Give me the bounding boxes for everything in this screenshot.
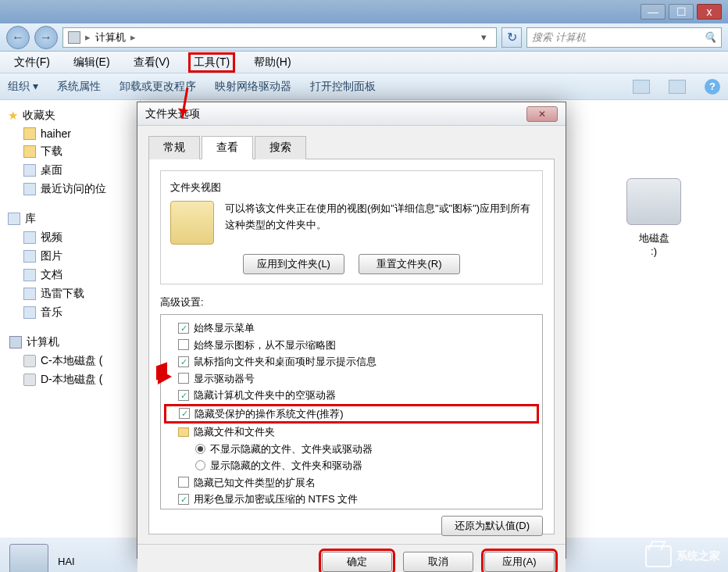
- breadcrumb-root[interactable]: 计算机: [95, 30, 126, 45]
- map-network-drive-button[interactable]: 映射网络驱动器: [215, 80, 291, 94]
- sidebar-item-music[interactable]: 音乐: [3, 303, 137, 322]
- adv-setting-item[interactable]: 隐藏已知文件类型的扩展名: [164, 474, 539, 492]
- open-control-panel-button[interactable]: 打开控制面板: [310, 80, 376, 94]
- tab-general[interactable]: 常规: [148, 136, 200, 159]
- checkbox[interactable]: ✓: [178, 494, 189, 505]
- address-bar[interactable]: ▸ 计算机 ▸ ▾: [62, 27, 497, 48]
- menu-file[interactable]: 文件(F): [9, 53, 55, 72]
- restore-defaults-button[interactable]: 还原为默认值(D): [441, 516, 543, 536]
- refresh-button[interactable]: ↻: [501, 27, 522, 48]
- setting-label: 隐藏文件和文件夹: [194, 424, 275, 440]
- command-bar: 组织 ▾ 系统属性 卸载或更改程序 映射网络驱动器 打开控制面板 ?: [0, 73, 728, 100]
- adv-setting-item[interactable]: 不显示隐藏的文件、文件夹或驱动器: [164, 441, 539, 458]
- document-icon: [23, 269, 36, 281]
- adv-setting-item[interactable]: ✓始终显示菜单: [164, 320, 539, 337]
- adv-setting-item[interactable]: ✓用彩色显示加密或压缩的 NTFS 文件: [164, 491, 539, 508]
- sidebar-item-desktop[interactable]: 桌面: [3, 161, 137, 180]
- sidebar-item-thunder[interactable]: 迅雷下载: [3, 284, 137, 303]
- favorites-group[interactable]: ★收藏夹: [3, 106, 137, 125]
- help-icon[interactable]: ?: [705, 79, 720, 95]
- menu-help[interactable]: 帮助(H): [249, 53, 295, 72]
- tab-view[interactable]: 查看: [202, 136, 253, 159]
- computer-icon: [68, 31, 80, 44]
- watermark-logo-icon: [645, 545, 672, 567]
- path-separator: ▸: [130, 31, 136, 43]
- sidebar-item-drive-d[interactable]: D-本地磁盘 (: [3, 370, 137, 389]
- libraries-group[interactable]: 库: [3, 209, 137, 228]
- sidebar-item-haiher[interactable]: haiher: [3, 125, 137, 142]
- computer-icon: [9, 336, 22, 349]
- dialog-titlebar[interactable]: 文件夹选项 ✕: [137, 102, 566, 126]
- back-button[interactable]: ←: [6, 26, 30, 49]
- folder-options-dialog: 文件夹选项 ✕ 常规 查看 搜索 文件夹视图 可以将该文件夹正在使用的视图(例如…: [137, 102, 566, 559]
- tab-search[interactable]: 搜索: [255, 136, 306, 159]
- window-titlebar: — ☐ x: [0, 0, 728, 23]
- minimize-button[interactable]: —: [641, 4, 666, 20]
- reset-folders-button[interactable]: 重置文件夹(R): [359, 254, 460, 274]
- setting-label: 不显示隐藏的文件、文件夹或驱动器: [210, 442, 373, 457]
- recent-icon: [23, 183, 36, 195]
- setting-label: 隐藏受保护的操作系统文件(推荐): [194, 406, 344, 422]
- system-properties-button[interactable]: 系统属性: [57, 80, 101, 94]
- sidebar-item-videos[interactable]: 视频: [3, 228, 137, 247]
- path-separator: ▸: [85, 31, 91, 43]
- sidebar-item-pictures[interactable]: 图片: [3, 247, 137, 266]
- checkbox[interactable]: [178, 339, 189, 350]
- adv-setting-item[interactable]: 隐藏文件和文件夹: [164, 424, 539, 441]
- menu-edit[interactable]: 编辑(E): [69, 53, 115, 72]
- preview-pane-icon[interactable]: [669, 80, 686, 94]
- radio[interactable]: [195, 444, 205, 454]
- checkbox[interactable]: [178, 477, 189, 488]
- folder-views-icon: [170, 201, 214, 245]
- checkbox[interactable]: ✓: [179, 408, 190, 419]
- ok-button[interactable]: 确定: [322, 552, 392, 572]
- sidebar-item-downloads[interactable]: 下载: [3, 142, 137, 161]
- uninstall-programs-button[interactable]: 卸载或更改程序: [120, 80, 196, 94]
- close-button[interactable]: x: [697, 4, 722, 20]
- folder-views-label: 文件夹视图: [170, 181, 533, 195]
- adv-setting-item[interactable]: ✓隐藏计算机文件夹中的空驱动器: [164, 387, 539, 404]
- sidebar-item-documents[interactable]: 文档: [3, 266, 137, 284]
- menu-tools[interactable]: 工具(T): [188, 52, 235, 73]
- drive-sub: :): [603, 245, 705, 257]
- dialog-close-button[interactable]: ✕: [526, 106, 558, 122]
- folder-icon: [178, 427, 189, 437]
- forward-button[interactable]: →: [34, 26, 58, 49]
- adv-setting-item[interactable]: 显示驱动器号: [164, 370, 539, 388]
- address-dropdown[interactable]: ▾: [476, 31, 491, 43]
- apply-to-folders-button[interactable]: 应用到文件夹(L): [243, 254, 344, 274]
- search-icon: 🔍: [704, 31, 716, 43]
- adv-setting-item[interactable]: 在标题栏显示完整路径(仅限经典主题): [164, 508, 539, 510]
- details-name: HAI: [58, 556, 75, 567]
- checkbox[interactable]: ✓: [178, 390, 189, 401]
- cancel-button[interactable]: 取消: [403, 552, 473, 572]
- setting-label: 鼠标指向文件夹和桌面项时显示提示信息: [194, 354, 376, 370]
- sidebar-item-recent[interactable]: 最近访问的位: [3, 180, 137, 198]
- setting-label: 始终显示菜单: [194, 320, 255, 336]
- folder-icon: [23, 145, 36, 158]
- sidebar-item-drive-c[interactable]: C-本地磁盘 (: [3, 352, 137, 370]
- checkbox[interactable]: ✓: [178, 356, 189, 367]
- adv-setting-item[interactable]: ✓鼠标指向文件夹和桌面项时显示提示信息: [164, 353, 539, 370]
- search-input[interactable]: 搜索 计算机 🔍: [526, 27, 722, 48]
- download-icon: [23, 288, 36, 300]
- disk-icon: [23, 355, 36, 367]
- drive-item[interactable]: 地磁盘 :): [603, 178, 705, 257]
- computer-group[interactable]: 计算机: [5, 333, 135, 352]
- checkbox[interactable]: ✓: [178, 323, 189, 334]
- watermark: 系统之家: [645, 545, 720, 567]
- picture-icon: [23, 250, 36, 263]
- organize-menu[interactable]: 组织 ▾: [8, 80, 38, 94]
- menu-view[interactable]: 查看(V): [129, 53, 175, 72]
- advanced-settings-list[interactable]: ✓始终显示菜单始终显示图标，从不显示缩略图✓鼠标指向文件夹和桌面项时显示提示信息…: [160, 314, 543, 509]
- maximize-button[interactable]: ☐: [669, 4, 694, 20]
- computer-icon: [9, 544, 48, 572]
- adv-setting-item[interactable]: 显示隐藏的文件、文件夹和驱动器: [164, 457, 539, 474]
- view-tab-pane: 文件夹视图 可以将该文件夹正在使用的视图(例如"详细信息"或"图标")应用到所有…: [148, 159, 555, 534]
- view-options-icon[interactable]: [633, 80, 650, 94]
- checkbox[interactable]: [178, 373, 189, 384]
- adv-setting-item[interactable]: ✓隐藏受保护的操作系统文件(推荐): [164, 404, 539, 424]
- adv-setting-item[interactable]: 始终显示图标，从不显示缩略图: [164, 337, 539, 354]
- radio[interactable]: [195, 460, 205, 470]
- apply-button[interactable]: 应用(A): [484, 552, 555, 572]
